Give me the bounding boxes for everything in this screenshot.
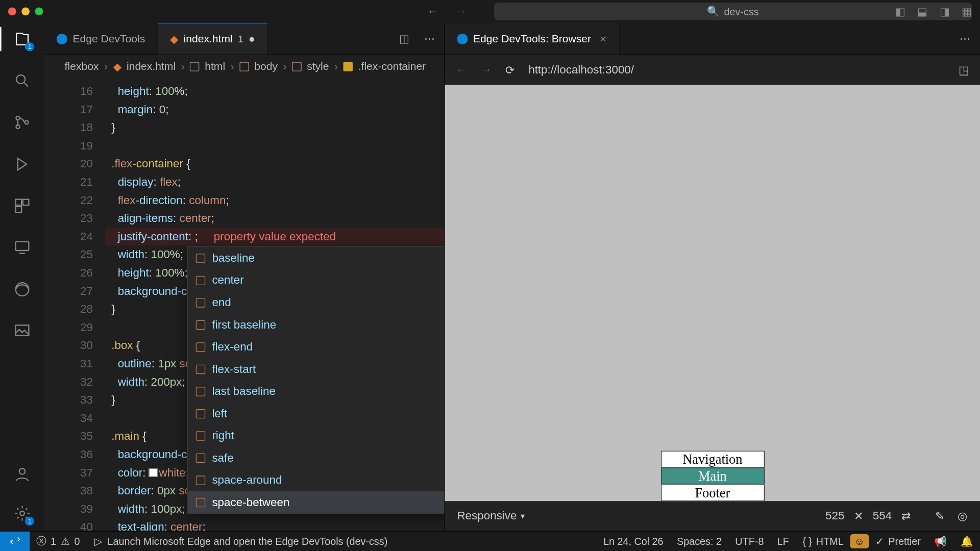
open-devtools-icon[interactable]: ◳ xyxy=(959,63,969,77)
feedback-icon[interactable]: 📢 xyxy=(927,534,953,548)
layout-customize-icon[interactable]: ▦ xyxy=(962,5,972,18)
prettier-status[interactable]: ✓ Prettier xyxy=(869,534,927,548)
source-control-icon[interactable] xyxy=(13,113,32,132)
suggest-item[interactable]: left xyxy=(188,403,444,425)
accounts-icon[interactable] xyxy=(13,465,32,484)
more-actions-icon[interactable]: ⋯ xyxy=(424,32,435,45)
window-titlebar: ← → 🔍 dev-css ◧ ⬓ ◨ ▦ xyxy=(0,0,980,23)
page-navigation-box: Navigation xyxy=(660,451,764,468)
remote-explorer-icon[interactable] xyxy=(13,238,32,257)
tab-label: index.html xyxy=(184,33,233,45)
settings-badge: 1 xyxy=(25,517,34,525)
value-icon xyxy=(196,364,205,373)
cursor-position[interactable]: Ln 24, Col 26 xyxy=(597,534,670,548)
tab-index-html[interactable]: ◆ index.html 1 ● xyxy=(158,23,267,55)
value-icon xyxy=(196,253,205,262)
viewport-height[interactable]: 554 xyxy=(873,509,892,522)
tab-label: Edge DevTools: Browser xyxy=(473,33,591,45)
eyedropper-icon[interactable]: ✎ xyxy=(935,509,944,523)
copilot-icon[interactable]: ☺ xyxy=(850,534,869,548)
suggest-item[interactable]: center xyxy=(188,269,444,291)
svg-rect-6 xyxy=(16,207,21,212)
layout-panel-bottom-icon[interactable]: ⬓ xyxy=(917,5,927,18)
notifications-icon[interactable]: 🔔 xyxy=(954,534,980,548)
value-icon xyxy=(196,342,205,352)
page-main-box: Main xyxy=(660,467,764,484)
svg-point-3 xyxy=(25,120,29,124)
intellisense-suggest-widget[interactable]: baselinecenterendfirst baselineflex-endf… xyxy=(187,246,445,514)
minimize-window-icon[interactable] xyxy=(21,8,30,16)
search-icon: 🔍 xyxy=(707,6,720,18)
titlebar-nav: ← → xyxy=(427,5,467,19)
browser-device-bar: Responsive ▾ 525 ✕ 554 ⇄ ✎ ◎ xyxy=(445,501,980,531)
breadcrumb-file[interactable]: index.html xyxy=(127,61,176,73)
suggest-item[interactable]: safe xyxy=(188,447,444,469)
edge-icon xyxy=(57,33,67,44)
suggest-item[interactable]: last baseline xyxy=(188,380,444,403)
breadcrumb-body[interactable]: body xyxy=(254,61,278,73)
close-tab-icon[interactable]: ✕ xyxy=(599,33,607,44)
breadcrumb-selector[interactable]: .flex-container xyxy=(358,61,426,73)
value-icon xyxy=(196,387,205,396)
viewport-width[interactable]: 525 xyxy=(825,509,844,522)
line-number-gutter: 1617181920212223242526272829303132333435… xyxy=(44,78,105,531)
value-icon xyxy=(196,475,205,485)
explorer-badge: 1 xyxy=(25,42,34,51)
suggest-item[interactable]: flex-end xyxy=(188,336,444,358)
layout-panel-left-icon[interactable]: ◧ xyxy=(895,5,905,18)
browser-reload-icon[interactable]: ⟳ xyxy=(505,63,514,77)
svg-point-0 xyxy=(16,75,25,84)
suggest-item[interactable]: first baseline xyxy=(188,314,444,336)
breadcrumb-folder[interactable]: flexbox xyxy=(65,61,99,73)
chevron-down-icon: ▾ xyxy=(521,511,525,520)
error-icon: ⓧ xyxy=(36,536,46,546)
browser-back-icon[interactable]: ← xyxy=(456,63,467,77)
breadcrumb[interactable]: flexbox ◆ index.html html body style .fl… xyxy=(44,55,444,78)
image-preview-icon[interactable] xyxy=(13,321,32,340)
zoom-window-icon[interactable] xyxy=(35,8,43,16)
more-actions-icon[interactable]: ⋯ xyxy=(960,32,970,45)
value-icon xyxy=(196,320,205,329)
value-icon xyxy=(196,276,205,285)
back-icon[interactable]: ← xyxy=(427,5,439,19)
dimension-close-icon[interactable]: ✕ xyxy=(854,509,863,523)
rotate-icon[interactable]: ⇄ xyxy=(901,509,911,523)
extensions-icon[interactable] xyxy=(13,196,32,215)
remote-indicator[interactable] xyxy=(0,532,30,551)
explorer-icon[interactable]: 1 xyxy=(13,30,32,48)
value-icon xyxy=(196,453,205,462)
suggest-item[interactable]: baseline xyxy=(188,247,444,269)
problems-status[interactable]: ⓧ1 ⚠0 xyxy=(30,536,87,547)
suggest-item[interactable]: end xyxy=(188,291,444,314)
editor-actions: ◫ ⋯ xyxy=(399,23,444,55)
run-debug-icon[interactable] xyxy=(13,155,32,173)
browser-forward-icon[interactable]: → xyxy=(481,63,492,77)
suggest-item[interactable]: space-between xyxy=(188,491,444,514)
launch-task-status[interactable]: ▷ Launch Microsoft Edge and open the Edg… xyxy=(87,536,395,547)
split-editor-icon[interactable]: ◫ xyxy=(399,32,409,45)
settings-gear-icon[interactable]: 1 xyxy=(13,504,32,523)
svg-rect-5 xyxy=(23,199,29,205)
code-editor[interactable]: 1617181920212223242526272829303132333435… xyxy=(44,78,444,531)
svg-point-1 xyxy=(16,116,19,120)
tab-edge-devtools[interactable]: Edge DevTools xyxy=(44,23,158,55)
suggest-item[interactable]: flex-start xyxy=(188,358,444,381)
eol-status[interactable]: LF xyxy=(771,534,796,548)
tag-icon xyxy=(239,62,249,71)
close-window-icon[interactable] xyxy=(8,8,16,16)
layout-panel-right-icon[interactable]: ◨ xyxy=(940,5,950,18)
edge-devtools-icon[interactable] xyxy=(13,280,32,299)
browser-url-input[interactable]: http://localhost:3000/ xyxy=(528,63,945,77)
search-icon[interactable] xyxy=(13,71,32,90)
inspect-target-icon[interactable]: ◎ xyxy=(958,509,968,523)
suggest-item[interactable]: space-around xyxy=(188,469,444,491)
tab-devtools-browser[interactable]: Edge DevTools: Browser ✕ xyxy=(445,23,620,55)
suggest-item[interactable]: right xyxy=(188,424,444,447)
breadcrumb-style[interactable]: style xyxy=(307,61,329,73)
browser-viewport[interactable]: Navigation Main Footer xyxy=(445,85,980,501)
language-mode[interactable]: { } HTML xyxy=(796,534,850,548)
encoding-status[interactable]: UTF-8 xyxy=(728,534,770,548)
indentation-status[interactable]: Spaces: 2 xyxy=(670,534,728,548)
responsive-device-select[interactable]: Responsive ▾ xyxy=(457,509,525,522)
breadcrumb-html[interactable]: html xyxy=(205,61,225,73)
